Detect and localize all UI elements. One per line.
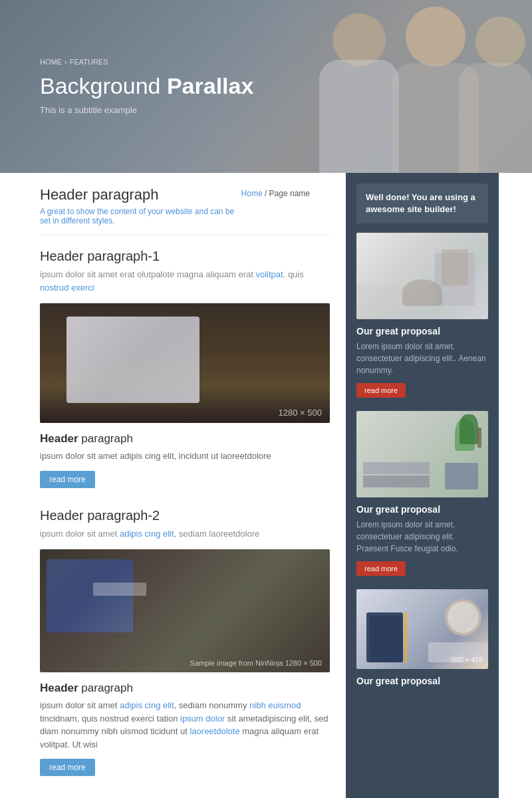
section-2: Header paragraph-2 ipsum dolor sit amet …	[40, 508, 330, 777]
sidebar-card-3: 500 × 415 500 × 415 Our great proposal	[356, 589, 488, 686]
section1-sub-title-normal: paragraph	[78, 432, 133, 445]
section2-subtitle-normal: ipsum dolor sit amet	[40, 529, 120, 539]
section1-sub-text: ipsum dolor sit amet adipis cing elit, i…	[40, 450, 330, 463]
s2-link3: ipsum dolor	[180, 714, 225, 724]
hero-breadcrumb-current: FEATURES	[70, 58, 108, 66]
person3-body	[459, 63, 532, 173]
sidebar-card2-title: Our great proposal	[356, 504, 488, 515]
sidebar-alert: Well done! You are using a awesome site …	[356, 184, 488, 223]
s2-link4: laoreetdolote	[190, 726, 239, 736]
hero-subtitle: This is a subtitle example	[40, 105, 253, 115]
section1-read-more-button[interactable]: read more	[40, 471, 95, 488]
section2-title: Header paragraph-2	[40, 508, 330, 523]
main-container: Header paragraph A great to show the con…	[0, 173, 532, 798]
person1-head	[332, 13, 386, 66]
hero-title-normal: Background	[40, 73, 167, 98]
section1-subtitle: ipsum dolor sit amet erat olutpalote mag…	[40, 268, 330, 294]
page-header: Header paragraph A great to show the con…	[40, 186, 330, 235]
person3-head	[475, 17, 525, 66]
section1-subtitle-normal: ipsum dolor sit amet erat olutpalote mag…	[40, 269, 255, 279]
hero-breadcrumb-separator: ›	[65, 58, 67, 66]
person1-body	[319, 60, 399, 173]
section2-subtitle: ipsum dolor sit amet adipis cing elit, s…	[40, 527, 330, 541]
sidebar-img3-size: 500 × 415	[453, 656, 483, 664]
sidebar-card1-text: Lorem ipsum dolor sit amet, consectetuer…	[356, 340, 488, 376]
hero-breadcrumb-home: HOME	[40, 58, 62, 66]
section2-subtitle-link: adipis cing elit	[120, 529, 174, 539]
breadcrumb-home-link[interactable]: Home	[241, 189, 263, 198]
page-description-link: different styles.	[61, 216, 114, 225]
section2-laptop	[47, 559, 133, 632]
sidebar-image-1	[356, 233, 488, 319]
section1-title: Header paragraph-1	[40, 249, 330, 264]
section2-image: Sample image from NinNinja 1280 × 500	[40, 549, 330, 672]
section2-hand	[93, 583, 146, 596]
section2-sub-title: Header paragraph	[40, 682, 330, 695]
section2-subtitle-end: , sediam laoreetdolore	[174, 529, 260, 539]
hero-section: HOME › FEATURES Background Parallax This…	[0, 0, 532, 173]
section1-image-label: 1280 × 500	[279, 408, 322, 418]
section-1: Header paragraph-1 ipsum dolor sit amet …	[40, 249, 330, 488]
section2-sub-title-bold: Header	[40, 682, 78, 694]
section2-sub-title-normal: paragraph	[78, 682, 133, 694]
sidebar-card2-text: Lorem ipsum dolor sit amet, consectetuer…	[356, 519, 488, 555]
section2-sub-text: ipsum dolor sit amet adipis cing elit, s…	[40, 699, 330, 751]
sidebar-card-2: Our great proposal Lorem ipsum dolor sit…	[356, 411, 488, 576]
section1-sub-title-bold: Header	[40, 432, 78, 445]
sidebar-card3-title: Our great proposal	[356, 676, 488, 686]
section1-sub: Header paragraph ipsum dolor sit amet ad…	[40, 432, 330, 488]
section2-read-more-button[interactable]: read more	[40, 759, 95, 776]
page-header-left: Header paragraph A great to show the con…	[40, 186, 241, 225]
section2-sub: Header paragraph ipsum dolor sit amet ad…	[40, 682, 330, 776]
section1-subtitle-link1: volitpat	[255, 269, 283, 279]
hero-title-bold: Parallax	[167, 73, 253, 98]
section1-subtitle-link2: nostrud exerci	[40, 283, 94, 293]
section1-subtitle-mid: . quis	[283, 269, 304, 279]
breadcrumb-separator: /	[263, 189, 269, 198]
page-description: A great to show the content of your webs…	[40, 207, 241, 225]
person2-head	[406, 7, 466, 66]
sidebar-card1-title: Our great proposal	[356, 326, 488, 336]
sidebar: Well done! You are using a awesome site …	[346, 173, 499, 798]
s2-link1: adipis cing elit	[120, 700, 174, 710]
breadcrumb-current-page: Page name	[269, 189, 310, 198]
sidebar-card1-read-more-button[interactable]: read more	[356, 383, 406, 398]
sidebar-image-2	[356, 411, 488, 497]
s2-link2: nibh euismod	[249, 700, 301, 710]
sidebar-card-1: Our great proposal Lorem ipsum dolor sit…	[356, 233, 488, 398]
hero-title: Background Parallax	[40, 72, 253, 100]
page-title: Header paragraph	[40, 186, 241, 203]
section1-image: 1280 × 500	[40, 303, 330, 423]
hero-breadcrumb: HOME › FEATURES	[40, 58, 253, 66]
sidebar-card2-read-more-button[interactable]: read more	[356, 561, 406, 576]
content-area: Header paragraph A great to show the con…	[0, 173, 346, 798]
breadcrumb-main: Home / Page name	[241, 186, 310, 198]
sidebar-image-3: 500 × 415 500 × 415	[356, 589, 488, 669]
section1-sub-title: Header paragraph	[40, 432, 330, 446]
hero-content: HOME › FEATURES Background Parallax This…	[0, 38, 293, 135]
section2-image-label: Sample image from NinNinja 1280 × 500	[190, 659, 322, 667]
